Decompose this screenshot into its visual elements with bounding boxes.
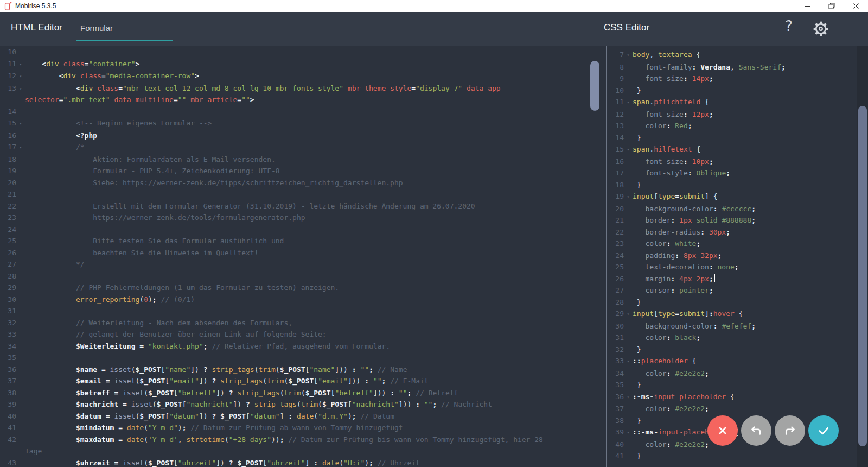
code-text[interactable]: $datum = isset($_POST["datum"]) ? $_POST… — [25, 411, 589, 422]
css-editor-scrollbar[interactable] — [858, 106, 867, 446]
code-line[interactable]: 32 // Weiterleitung - Nach dem absenden … — [0, 317, 589, 329]
code-text[interactable]: color: #e2e2e2; — [633, 403, 856, 415]
fold-arrow-icon[interactable]: ▾ — [624, 96, 633, 109]
code-text[interactable]: // PHP Fehlermeldungen (1 um das Formula… — [25, 282, 589, 294]
redo-button[interactable] — [775, 415, 805, 446]
fold-arrow-icon[interactable]: ▾ — [624, 355, 633, 368]
code-line[interactable]: 37 color: #e2e2e2; — [608, 403, 856, 415]
code-text[interactable]: <div class="media-container-row"> — [25, 70, 589, 83]
fold-arrow-icon[interactable]: ▾ — [624, 143, 633, 156]
code-text[interactable] — [25, 305, 589, 317]
discard-button[interactable] — [707, 415, 738, 446]
code-line[interactable]: 9 font-size: 14px; — [608, 73, 856, 85]
code-line[interactable]: 23 https://werner-zenk.de/tools/formular… — [0, 212, 589, 224]
code-line[interactable]: 37 $email = isset($_POST["email"]) ? str… — [0, 375, 589, 387]
code-line[interactable]: 21 — [0, 188, 589, 200]
code-text[interactable] — [25, 270, 589, 282]
code-text[interactable]: cursor: pointer; — [633, 285, 856, 296]
code-line[interactable]: 41 $mindatum = date("Y-m-d"); // Datum z… — [0, 422, 589, 434]
code-line[interactable]: 22 Erstellt mit dem Formular Generator (… — [0, 200, 589, 212]
code-text[interactable]: text-decoration: none; — [633, 261, 856, 273]
code-text[interactable]: color: black; — [633, 332, 856, 344]
code-text[interactable]: https://werner-zenk.de/tools/formulargen… — [25, 212, 589, 224]
code-line[interactable]: 10 — [0, 46, 589, 58]
code-text[interactable]: <!-- Beginn eigenes Formular --> — [25, 117, 589, 130]
code-text[interactable]: :-ms-input-placeholder { — [633, 391, 856, 403]
code-line[interactable]: 8 font-family: Verdana, Sans-Serif; — [608, 61, 856, 73]
code-line[interactable]: 27 */ — [0, 258, 589, 270]
code-line[interactable]: 38 $betreff = isset($_POST["betreff"]) ?… — [0, 387, 589, 399]
code-line[interactable]: 13 color: Red; — [608, 120, 856, 132]
fold-arrow-icon[interactable]: ▾ — [16, 141, 25, 154]
code-text[interactable]: /* — [25, 141, 589, 154]
code-text[interactable]: $Weiterleitung = "kontakt.php"; // Relat… — [25, 340, 589, 352]
code-text[interactable]: $email = isset($_POST["email"]) ? strip_… — [25, 375, 589, 387]
code-text[interactable]: $maxdatum = date('Y-m-d', strtotime("+28… — [25, 434, 589, 457]
code-line[interactable]: 27 cursor: pointer; — [608, 285, 856, 296]
code-line[interactable]: 10 } — [608, 85, 856, 97]
code-line[interactable]: 30 error_reporting(0); // (0/1) — [0, 294, 589, 306]
code-text[interactable]: Erstellt mit dem Formular Generator (31.… — [25, 200, 589, 212]
code-line[interactable]: 15▾ <!-- Beginn eigenes Formular --> — [0, 117, 589, 130]
code-line[interactable]: 21 border: 1px solid #888888; — [608, 214, 856, 226]
fold-arrow-icon[interactable]: ▾ — [624, 426, 633, 439]
code-line[interactable]: 19▾input[type=submit] { — [608, 191, 856, 203]
code-text[interactable]: } — [633, 379, 856, 391]
code-text[interactable] — [25, 188, 589, 200]
code-text[interactable]: } — [633, 132, 856, 144]
code-text[interactable]: // gelangt der Benutzer über einen Link … — [25, 329, 589, 340]
code-line[interactable]: 25 Bitte testen Sie das Formular ausführ… — [0, 235, 589, 247]
html-code-editor[interactable]: 1011▾ <div class="container">12▾ <div cl… — [0, 46, 589, 467]
code-text[interactable]: background-color: #efefef; — [633, 320, 856, 332]
fold-arrow-icon[interactable]: ▾ — [16, 70, 25, 83]
undo-button[interactable] — [741, 415, 771, 446]
code-line[interactable]: 16 font-size: 10px; — [608, 156, 856, 168]
code-text[interactable]: */ — [25, 258, 589, 270]
code-text[interactable]: background-color: #cccccc; — [633, 203, 856, 215]
code-line[interactable]: 11▾ <div class="container"> — [0, 58, 589, 71]
code-line[interactable]: 26 margin: 4px 2px; — [608, 273, 856, 285]
code-text[interactable]: } — [633, 296, 856, 308]
minimize-button[interactable] — [795, 0, 819, 12]
code-line[interactable]: 16 <?php — [0, 130, 589, 142]
code-line[interactable]: 39 $nachricht = isset($_POST["nachricht"… — [0, 399, 589, 411]
code-line[interactable]: 29 // PHP Fehlermeldungen (1 um das Form… — [0, 282, 589, 294]
css-code-editor[interactable]: 7▾body, textarea {8 font-family: Verdana… — [608, 46, 856, 467]
code-line[interactable]: 43 $uhrzeit = isset($_POST["uhrzeit"]) ?… — [0, 457, 589, 467]
code-text[interactable]: } — [633, 179, 856, 191]
fold-arrow-icon[interactable]: ▾ — [624, 308, 633, 320]
code-text[interactable]: font-size: 12px; — [633, 109, 856, 121]
code-line[interactable]: 23 color: white; — [608, 238, 856, 250]
code-text[interactable]: input[type=submit] { — [633, 191, 856, 203]
fold-arrow-icon[interactable]: ▾ — [16, 58, 25, 71]
code-text[interactable]: beachten Sie die Hinweise im Quelltext! — [25, 247, 589, 259]
close-window-button[interactable] — [844, 0, 868, 12]
html-editor-scrollbar[interactable] — [590, 61, 599, 111]
code-text[interactable]: <div class="container"> — [25, 58, 589, 71]
code-line[interactable]: 12 font-size: 12px; — [608, 109, 856, 121]
code-line[interactable]: 30 background-color: #efefef; — [608, 320, 856, 332]
code-text[interactable]: font-style: Oblique; — [633, 167, 856, 179]
code-text[interactable]: error_reporting(0); // (0/1) — [25, 294, 589, 306]
fold-arrow-icon[interactable]: ▾ — [624, 191, 633, 203]
code-line[interactable]: 12▾ <div class="media-container-row"> — [0, 70, 589, 83]
code-text[interactable] — [25, 352, 589, 364]
code-line[interactable]: 35 — [0, 352, 589, 364]
code-line[interactable]: 29▾input[type=submit]:hover { — [608, 308, 856, 320]
code-text[interactable]: } — [633, 344, 856, 356]
code-line[interactable]: 20 Siehe: https://werner-zenk.de/tipps/s… — [0, 177, 589, 189]
code-text[interactable]: border: 1px solid #888888; — [633, 214, 856, 226]
code-text[interactable]: color: #e2e2e2; — [633, 368, 856, 380]
code-text[interactable]: margin: 4px 2px; — [633, 273, 856, 285]
code-line[interactable]: 34 color: #e2e2e2; — [608, 368, 856, 380]
code-line[interactable]: 19 Formular - PHP 5.4+, Zeichenkodierung… — [0, 165, 589, 177]
code-line[interactable]: 33▾::placeholder { — [608, 355, 856, 368]
code-line[interactable]: 31 color: black; — [608, 332, 856, 344]
code-line[interactable]: 14 — [0, 106, 589, 118]
code-line[interactable]: 25 text-decoration: none; — [608, 261, 856, 273]
code-text[interactable]: $betreff = isset($_POST["betreff"]) ? st… — [25, 387, 589, 399]
code-text[interactable]: <div class="mbr-text col-12 col-md-8 col… — [25, 83, 589, 106]
code-line[interactable]: 34 $Weiterleitung = "kontakt.php"; // Re… — [0, 340, 589, 352]
code-line[interactable]: 7▾body, textarea { — [608, 49, 856, 61]
code-text[interactable]: Bitte testen Sie das Formular ausführlic… — [25, 235, 589, 247]
